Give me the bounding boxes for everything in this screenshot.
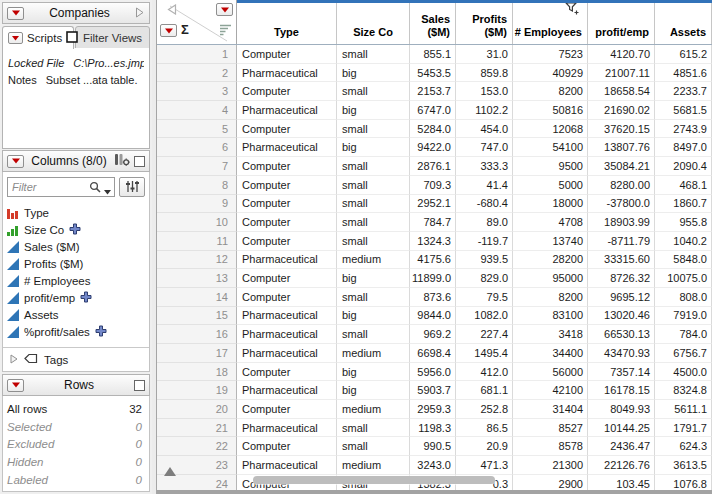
row-stat[interactable]: Labeled0 xyxy=(3,471,149,489)
column-list-item[interactable]: Assets xyxy=(7,306,149,323)
table-cell[interactable]: small xyxy=(337,82,410,101)
table-cell[interactable]: 7523 xyxy=(513,45,588,64)
column-list-item[interactable]: Type xyxy=(7,204,149,221)
table-cell[interactable]: 16178.15 xyxy=(588,381,655,400)
table-cell[interactable]: 22126.76 xyxy=(588,456,655,475)
table-cell[interactable]: 7357.14 xyxy=(588,363,655,382)
red-triangle-menu-icon[interactable] xyxy=(160,24,177,37)
table-cell[interactable]: -8711.79 xyxy=(588,232,655,251)
table-cell[interactable]: 859.8 xyxy=(456,64,513,83)
table-cell[interactable]: 1198.3 xyxy=(410,419,456,438)
table-cell[interactable]: 8726.32 xyxy=(588,269,655,288)
table-cell[interactable]: 56000 xyxy=(513,363,588,382)
table-cell[interactable]: 5611.1 xyxy=(655,400,712,419)
table-cell[interactable]: Computer xyxy=(237,363,337,382)
column-list-item[interactable]: profit/emp xyxy=(7,289,149,306)
table-cell[interactable]: Computer xyxy=(237,120,337,139)
table-cell[interactable]: Pharmaceutical xyxy=(237,325,337,344)
row-stat[interactable]: All rows32 xyxy=(3,400,149,418)
table-cell[interactable]: Computer xyxy=(237,437,337,456)
table-cell[interactable]: 471.3 xyxy=(456,456,513,475)
table-cell[interactable]: 18000 xyxy=(513,195,588,214)
table-cell[interactable]: 50816 xyxy=(513,101,588,120)
table-cell[interactable]: 5453.5 xyxy=(410,64,456,83)
table-cell[interactable]: 227.4 xyxy=(456,325,513,344)
table-cell[interactable]: Computer xyxy=(237,213,337,232)
table-cell[interactable]: small xyxy=(337,325,410,344)
table-cell[interactable]: 4500.0 xyxy=(655,363,712,382)
table-cell[interactable]: small xyxy=(337,437,410,456)
row-number[interactable]: 12 xyxy=(157,251,237,270)
table-cell[interactable]: 89.0 xyxy=(456,213,513,232)
column-filter-settings-button[interactable] xyxy=(119,177,145,197)
table-cell[interactable]: medium xyxy=(337,251,410,270)
table-cell[interactable]: 784.7 xyxy=(410,213,456,232)
table-cell[interactable]: 28200 xyxy=(513,251,588,270)
tab-scripts[interactable]: Scripts xyxy=(2,26,74,49)
table-cell[interactable]: 8527 xyxy=(513,419,588,438)
table-cell[interactable]: 42100 xyxy=(513,381,588,400)
table-cell[interactable]: medium xyxy=(337,456,410,475)
table-cell[interactable]: 6698.4 xyxy=(410,344,456,363)
table-cell[interactable]: 31404 xyxy=(513,400,588,419)
tags-section[interactable]: Tags xyxy=(3,347,149,371)
table-cell[interactable]: 5000 xyxy=(513,176,588,195)
sigma-summary-icon[interactable]: Σ xyxy=(181,22,189,37)
table-cell[interactable]: 3243.0 xyxy=(410,456,456,475)
table-cell[interactable]: 709.3 xyxy=(410,176,456,195)
red-triangle-menu-icon[interactable] xyxy=(7,7,24,20)
table-cell[interactable]: 4175.6 xyxy=(410,251,456,270)
disclosure-right-icon[interactable] xyxy=(135,7,145,20)
table-cell[interactable]: 8049.93 xyxy=(588,400,655,419)
row-number[interactable]: 14 xyxy=(157,288,237,307)
table-cell[interactable]: 95000 xyxy=(513,269,588,288)
table-cell[interactable]: 43470.93 xyxy=(588,344,655,363)
checkbox-icon[interactable] xyxy=(66,31,78,45)
column-header[interactable]: Sales($M) xyxy=(410,0,456,44)
table-cell[interactable]: Computer xyxy=(237,195,337,214)
table-cell[interactable]: Pharmaceutical xyxy=(237,307,337,326)
column-header[interactable]: # Employees xyxy=(513,0,588,44)
table-cell[interactable]: -119.7 xyxy=(456,232,513,251)
table-cell[interactable]: 21007.11 xyxy=(588,64,655,83)
table-cell[interactable]: 10075.0 xyxy=(655,269,712,288)
table-cell[interactable]: Computer xyxy=(237,176,337,195)
table-cell[interactable]: Computer xyxy=(237,288,337,307)
table-cell[interactable]: 1040.2 xyxy=(655,232,712,251)
row-number[interactable]: 9 xyxy=(157,195,237,214)
table-cell[interactable]: 83100 xyxy=(513,307,588,326)
table-cell[interactable]: big xyxy=(337,138,410,157)
table-cell[interactable]: 615.2 xyxy=(655,45,712,64)
table-cell[interactable]: 468.1 xyxy=(655,176,712,195)
table-cell[interactable]: 4120.70 xyxy=(588,45,655,64)
table-cell[interactable]: 1791.7 xyxy=(655,419,712,438)
table-cell[interactable]: 9844.0 xyxy=(410,307,456,326)
table-cell[interactable]: 1102.2 xyxy=(456,101,513,120)
table-cell[interactable]: 784.0 xyxy=(655,325,712,344)
table-property-row[interactable]: Locked FileC:\Pro...es.jmp xyxy=(8,55,144,72)
table-cell[interactable]: 4851.6 xyxy=(655,64,712,83)
row-number[interactable]: 15 xyxy=(157,307,237,326)
table-cell[interactable]: 8324.8 xyxy=(655,381,712,400)
table-cell[interactable]: big xyxy=(337,363,410,382)
table-cell[interactable]: 5681.5 xyxy=(655,101,712,120)
table-cell[interactable]: 990.5 xyxy=(410,437,456,456)
table-cell[interactable]: Computer xyxy=(237,400,337,419)
row-number[interactable]: 18 xyxy=(157,363,237,382)
table-cell[interactable]: Computer xyxy=(237,232,337,251)
table-cell[interactable]: Pharmaceutical xyxy=(237,419,337,438)
table-cell[interactable]: 1324.3 xyxy=(410,232,456,251)
table-cell[interactable]: -680.4 xyxy=(456,195,513,214)
tab-filter-views[interactable]: Filter Views xyxy=(75,26,150,49)
table-cell[interactable]: 8280.00 xyxy=(588,176,655,195)
row-number[interactable]: 5 xyxy=(157,120,237,139)
table-cell[interactable]: 2233.7 xyxy=(655,82,712,101)
table-cell[interactable]: 86.5 xyxy=(456,419,513,438)
table-cell[interactable]: 8200 xyxy=(513,288,588,307)
table-cell[interactable]: big xyxy=(337,307,410,326)
table-cell[interactable]: 412.0 xyxy=(456,363,513,382)
table-cell[interactable]: 31.0 xyxy=(456,45,513,64)
table-cell[interactable]: 13807.76 xyxy=(588,138,655,157)
red-triangle-menu-icon[interactable] xyxy=(7,155,24,168)
table-cell[interactable]: 41.4 xyxy=(456,176,513,195)
